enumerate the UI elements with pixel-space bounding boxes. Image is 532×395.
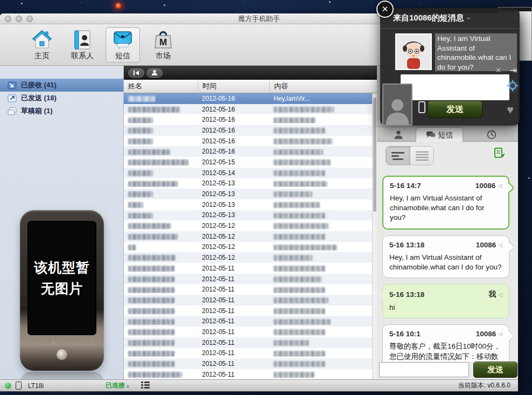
contact-view-button[interactable] [146, 68, 163, 78]
table-row[interactable]: 2012-05-16 [124, 104, 377, 115]
table-row[interactable]: 2012-05-12 [124, 252, 377, 263]
table-row[interactable]: 2012-05-15 [124, 157, 377, 168]
chat-bubbles-icon [426, 131, 436, 139]
expand-triangle-icon[interactable]: ◁ [498, 331, 502, 337]
chat-bubble[interactable]: 5-16 13:18我◁hi [382, 284, 509, 318]
table-row[interactable]: 2012-05-12 [124, 220, 377, 231]
tab-sms-label: 短信 [438, 130, 453, 140]
table-scrollbar[interactable] [372, 93, 377, 379]
sidebar-item-drafts[interactable]: 草稿箱 (1) [0, 105, 123, 117]
redacted-content [274, 329, 325, 335]
sidebar-items: 已接收 (41)已发送 (18)草稿箱 (1) [0, 66, 123, 117]
table-row[interactable]: 2012-05-13 [124, 189, 377, 199]
phone-screen: 该机型暂 无图片 [27, 221, 96, 335]
chat-sender: 10086 [476, 241, 496, 249]
device-list-button[interactable] [141, 381, 150, 390]
chat-sender: 10086 [475, 182, 496, 190]
send-button[interactable]: 发送 [473, 362, 517, 378]
redacted-name [128, 191, 153, 197]
table-row[interactable]: 2012-05-12 [124, 231, 377, 242]
sidebar-item-sent[interactable]: 已发送 (18) [0, 92, 123, 105]
dismiss-icon[interactable]: ✕ [495, 66, 501, 74]
chevron-down-icon[interactable]: ⌄ [465, 12, 472, 21]
table-row[interactable]: 2012-05-11 [124, 284, 377, 295]
expand-triangle-icon[interactable]: ◁ [498, 292, 502, 297]
table-row[interactable]: 2012-05-16 [124, 136, 377, 147]
cell-time: 2012-05-16 [198, 127, 269, 134]
sidebar-item-received[interactable]: 已接收 (41) [0, 79, 123, 92]
cell-name [124, 137, 198, 145]
toolbar-item-sms[interactable]: 短信 [106, 27, 140, 63]
table-row[interactable]: 2012-05-13 [124, 178, 377, 189]
chat-sender: 我 [489, 289, 496, 299]
chat-time: 5-16 14:7 [390, 182, 421, 190]
cell-content [269, 116, 377, 123]
redacted-content [274, 128, 325, 134]
list-view-toggle[interactable] [410, 147, 433, 165]
tab-sms[interactable]: 短信 [416, 127, 463, 142]
table-row[interactable]: 2012-05-16 [124, 146, 377, 157]
cell-time: 2012-05-16 [198, 137, 269, 145]
table-row[interactable]: 2012-05-13 [124, 210, 377, 221]
table-row[interactable]: 2012-05-16 [124, 125, 377, 136]
chat-bubble[interactable]: 5-16 10:110086◁尊敬的客户，截至16日10时00分，您已使用的流量… [382, 324, 509, 362]
cell-time: 2012-05-15 [198, 158, 269, 166]
cell-name [124, 106, 198, 113]
table-row[interactable]: 2012-05-11 [124, 306, 377, 316]
redacted-content [274, 372, 314, 378]
table-row[interactable]: 2012-05-13 [124, 199, 377, 210]
compose-message-button[interactable] [494, 147, 506, 161]
redacted-name [128, 329, 174, 335]
collapse-sidebar-button[interactable] [128, 68, 144, 78]
market-icon: M [153, 29, 173, 50]
reply-input[interactable] [379, 362, 469, 377]
table-row[interactable]: 2012-05-11 [124, 327, 377, 337]
redacted-name [128, 213, 153, 219]
toolbar-item-contacts[interactable]: 联系人 [65, 27, 100, 63]
cell-time: 2012-05-11 [198, 328, 269, 336]
table-row[interactable]: 2012-05-11 [124, 337, 377, 348]
chat-bubble-header: 5-16 13:18我◁ [389, 289, 502, 299]
column-header-content[interactable]: 内容 [269, 81, 377, 91]
person-icon [151, 70, 158, 76]
connection-caret-icon[interactable]: ▲ [125, 383, 130, 389]
cell-name [124, 158, 198, 166]
table-scrollbar-thumb[interactable] [373, 98, 376, 212]
table-row[interactable]: 2012-05-11 [124, 274, 377, 285]
skip-start-icon [132, 70, 140, 76]
chat-bubble[interactable]: 5-16 13:1810086◁Hey, I am Virtual Assist… [382, 235, 509, 278]
dock-right-icon[interactable]: ⇥ [510, 65, 517, 75]
tab-contact[interactable] [393, 130, 404, 142]
tab-history[interactable] [487, 130, 496, 142]
table-row[interactable]: 2012-05-11 [124, 295, 377, 306]
conversation-view-toggle[interactable] [386, 147, 410, 165]
toolbar-item-market[interactable]: M市场 [146, 27, 180, 63]
table-row[interactable]: 2012-05-11 [124, 263, 377, 274]
toolbar-item-home[interactable]: 主页 [25, 27, 59, 63]
table-row[interactable]: 2012-05-11 [124, 358, 377, 369]
table-row[interactable]: 2012-05-16 [124, 114, 377, 125]
notification-send-button[interactable]: 发送 [428, 101, 482, 118]
redacted-name [128, 372, 182, 378]
notification-reply-input[interactable] [401, 74, 509, 100]
toolbar-item-label: 联系人 [71, 51, 94, 61]
table-row[interactable]: 2012-05-16Hey,IamVir... [124, 93, 377, 104]
chat-bubble[interactable]: 5-16 14:710086◁Hey, I am Virtual Assista… [382, 176, 509, 230]
table-row[interactable]: 2012-05-12 [124, 242, 377, 253]
locate-crosshair-icon[interactable] [507, 80, 519, 94]
notification-close-button[interactable]: ✕ [376, 1, 394, 18]
expand-triangle-icon[interactable]: ◁ [498, 242, 502, 248]
favorite-heart-icon[interactable]: ♥ [507, 103, 514, 117]
device-name: LT18i [28, 382, 44, 390]
expand-triangle-icon[interactable]: ◁ [498, 183, 502, 189]
table-row[interactable]: 2012-05-11 [124, 369, 377, 379]
cell-content [269, 360, 377, 368]
table-row[interactable]: 2012-05-11 [124, 316, 377, 327]
cell-content [269, 243, 377, 251]
table-row[interactable]: 2012-05-11 [124, 348, 377, 359]
redacted-name [128, 361, 174, 367]
table-row[interactable]: 2012-05-14 [124, 168, 377, 178]
cell-time: 2012-05-13 [198, 201, 269, 209]
column-header-name[interactable]: 姓名 [124, 81, 198, 91]
column-header-time[interactable]: 时间 [198, 81, 269, 91]
